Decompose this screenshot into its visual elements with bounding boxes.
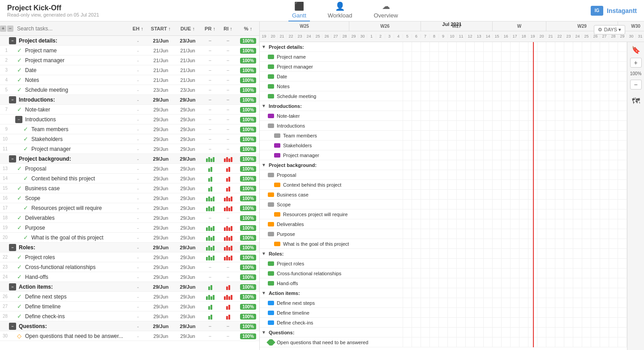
gantt-label: Project roles xyxy=(260,261,394,266)
search-col[interactable] xyxy=(13,26,129,32)
row-number: 7 xyxy=(0,107,9,112)
collapse-btn[interactable]: − xyxy=(9,37,16,44)
table-row[interactable]: 11 ✓ Project manager - 29/Jun 29/Jun − −… xyxy=(0,144,259,154)
table-row[interactable]: 4 ✓ Notes - 21/Jun 21/Jun − − 100% xyxy=(0,75,259,85)
bar-segment xyxy=(208,286,210,290)
pr-value: − xyxy=(209,77,211,83)
table-row[interactable]: 18 ✓ Deliverables - 29/Jun 29/Jun − − 10… xyxy=(0,213,259,223)
table-row[interactable]: 9 ✓ Team members - 29/Jun 29/Jun − − 100… xyxy=(0,124,259,134)
logo-area: IG Instagantt xyxy=(591,6,637,16)
row-ri xyxy=(219,166,237,172)
table-row[interactable]: − Project details: - 21/Jun 23/Jun − − 1… xyxy=(0,36,259,46)
gantt-item-name: Project roles xyxy=(277,261,304,266)
top-nav: Project Kick-Off Read-only view, generat… xyxy=(0,0,644,21)
table-row[interactable]: − Project background: - 29/Jun 29/Jun 10… xyxy=(0,154,259,164)
gantt-row: Context behind this project xyxy=(260,180,644,190)
gantt-body[interactable]: ▼ Project details: Project name Project … xyxy=(260,42,644,350)
bar-segment xyxy=(231,236,232,241)
zoom-out-button[interactable]: − xyxy=(630,80,642,90)
row-eh: - xyxy=(129,77,147,83)
gantt-scroll[interactable]: ▼ Project details: Project name Project … xyxy=(260,42,644,350)
table-row[interactable]: − Introductions - 29/Jun 29/Jun − − 100% xyxy=(0,115,259,124)
gantt-label: Notes xyxy=(260,84,394,89)
table-row[interactable]: 15 ✓ Business case - 29/Jun 29/Jun 100% xyxy=(0,184,259,193)
table-row[interactable]: 22 ✓ Project roles - 29/Jun 29/Jun 100% xyxy=(0,252,259,262)
table-row[interactable]: 14 ✓ Context behind this project - 29/Ju… xyxy=(0,174,259,184)
bar-segment xyxy=(210,158,212,162)
gantt-row: Business case xyxy=(260,190,644,200)
collapse-btn[interactable]: − xyxy=(9,244,16,251)
tab-overview-label: Overview xyxy=(374,12,398,19)
collapse-btn[interactable]: − xyxy=(9,283,16,290)
table-row[interactable]: − Action items: - 29/Jun 29/Jun 100% xyxy=(0,282,259,292)
table-row[interactable]: 19 ✓ Purpose - 29/Jun 29/Jun 100% xyxy=(0,223,259,233)
row-name: Introductions: xyxy=(17,97,129,103)
add-col-button[interactable]: + xyxy=(0,26,6,32)
row-icon: ✓ xyxy=(21,126,30,132)
bar-segment xyxy=(226,286,228,290)
day-cell: 4 xyxy=(394,34,403,38)
pct-badge: 100% xyxy=(240,166,256,172)
table-row[interactable]: 28 ✓ Define check-ins - 29/Jun 29/Jun 10… xyxy=(0,312,259,321)
tab-overview[interactable]: ☁ Overview xyxy=(370,0,401,21)
pct-badge: 100% xyxy=(240,274,256,280)
collapse-btn[interactable]: − xyxy=(15,116,22,123)
row-pr xyxy=(201,244,219,251)
pct-badge: 100% xyxy=(240,333,256,339)
gantt-icon: ⬛ xyxy=(294,1,304,11)
day-cell: 8 xyxy=(430,34,439,38)
pr-value: − xyxy=(209,87,211,93)
table-row[interactable]: 20 ✓ What is the goal of this project - … xyxy=(0,233,259,243)
pct-badge: 100% xyxy=(240,107,256,113)
week-label: W25 xyxy=(260,21,349,31)
zoom-in-button[interactable]: + xyxy=(630,58,642,68)
tab-gantt[interactable]: ⬛ Gantt xyxy=(288,0,310,21)
row-name: Deliverables xyxy=(23,215,129,221)
row-number: 18 xyxy=(0,215,9,220)
row-due: 29/Jun xyxy=(174,304,201,309)
collapse-btn[interactable]: − xyxy=(9,96,16,103)
table-row[interactable]: 13 ✓ Proposal - 29/Jun 29/Jun 100% xyxy=(0,164,259,174)
table-row[interactable]: 17 ✓ Resources project will require - 29… xyxy=(0,203,259,213)
table-row[interactable]: 27 ✓ Define timeline - 29/Jun 29/Jun 100… xyxy=(0,302,259,312)
row-name: Roles: xyxy=(17,244,129,251)
row-ri xyxy=(219,313,237,320)
table-row[interactable]: − Questions: - 29/Jun 29/Jun − − 100% xyxy=(0,321,259,331)
day-cell: 12 xyxy=(466,34,475,38)
day-cell: 26 xyxy=(591,34,600,38)
table-row[interactable]: 7 ✓ Note-taker - 29/Jun 29/Jun − − 100% xyxy=(0,105,259,115)
table-row[interactable]: 30 ◇ Open questions that need to be answ… xyxy=(0,331,259,341)
gantt-item-name: Schedule meeting xyxy=(277,94,316,99)
table-row[interactable]: − Roles: - 29/Jun 29/Jun 100% xyxy=(0,243,259,252)
table-row[interactable]: 3 ✓ Date - 21/Jun 21/Jun − − 100% xyxy=(0,65,259,75)
collapse-btn[interactable]: − xyxy=(9,155,16,162)
table-row[interactable]: 5 ✓ Schedule meeting - 23/Jun 23/Jun − −… xyxy=(0,85,259,95)
row-eh: - xyxy=(129,97,147,102)
ri-bars xyxy=(219,303,237,310)
row-pr: − xyxy=(201,87,219,93)
row-name: Scope xyxy=(23,195,129,201)
table-row[interactable]: 16 ✓ Scope - 29/Jun 29/Jun 100% xyxy=(0,193,259,203)
table-row[interactable]: 10 ✓ Stakeholders - 29/Jun 29/Jun − − 10… xyxy=(0,134,259,144)
bar-segment xyxy=(210,167,212,172)
row-ri xyxy=(219,294,237,300)
collapse-btn[interactable]: − xyxy=(9,323,16,330)
table-row[interactable]: − Introductions: - 29/Jun 29/Jun − − 100… xyxy=(0,95,259,105)
remove-col-button[interactable]: − xyxy=(7,26,13,32)
project-subtitle: Read-only view, generated on 05 Jul 2021 xyxy=(7,12,99,17)
table-row[interactable]: 1 ✓ Project name - 21/Jun 21/Jun − − 100… xyxy=(0,46,259,55)
table-row[interactable]: 23 ✓ Cross-functional relationships - 29… xyxy=(0,262,259,272)
tab-workload[interactable]: 👤 Workload xyxy=(324,0,356,21)
table-row[interactable]: 2 ✓ Project manager - 21/Jun 21/Jun − − … xyxy=(0,55,259,65)
gantt-item-name: What is the goal of this project xyxy=(283,241,349,247)
ri-value: − xyxy=(227,324,229,329)
day-cell: 16 xyxy=(502,34,511,38)
table-row[interactable]: 24 ✓ Hand-offs - 29/Jun 29/Jun − − 100% xyxy=(0,272,259,282)
row-eh: - xyxy=(129,333,147,339)
gantt-row: Define next steps xyxy=(260,298,644,308)
header-controls: + − xyxy=(0,26,13,32)
search-input[interactable] xyxy=(17,26,125,32)
table-row[interactable]: 26 ✓ Define next steps - 29/Jun 29/Jun 1… xyxy=(0,292,259,302)
days-button[interactable]: ⚙ DAYS ▾ xyxy=(594,25,625,34)
gantt-label: Proposal xyxy=(260,172,394,178)
